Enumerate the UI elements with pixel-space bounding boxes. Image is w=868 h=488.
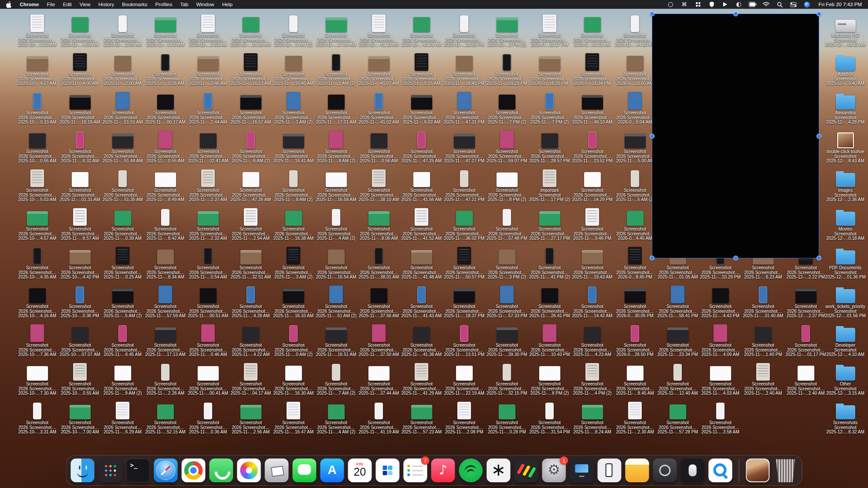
dock-chrome[interactable] bbox=[182, 459, 206, 482]
desktop-file[interactable]: Screenshot2026 Screenshot…2025-11-…0.55 … bbox=[144, 130, 187, 164]
desktop-file[interactable]: Screenshot2026 Screenshot…2025-11-…0.36 … bbox=[187, 401, 229, 435]
desktop-file[interactable]: Screenshot2026 Screenshot…2025-11-…2.40 … bbox=[742, 362, 784, 396]
desktop-file[interactable]: Screenshot2026 Screenshot…2025-11-…00.17… bbox=[144, 91, 187, 125]
desktop-file[interactable]: Screenshot2026 Screenshot…2025-11-…37.44… bbox=[357, 362, 400, 396]
desktop-file[interactable]: PDF DocumentsScreenshot2025-12-…01.36 PM bbox=[824, 246, 867, 280]
desktop-file[interactable]: Screenshot2026 Screenshot…2025-11-…14.42… bbox=[571, 285, 614, 319]
desktop-file[interactable]: Screenshot2026 Screenshot…2026-0…8.45 PM bbox=[614, 246, 656, 280]
desktop-file[interactable]: Screenshot2026 Screenshot…2025-11-…0.25 … bbox=[101, 246, 144, 280]
desktop-file[interactable]: Screenshot2026 Screenshot…2026-0…4.45 AM bbox=[614, 207, 656, 241]
desktop-file[interactable]: Screenshot2026 Screenshot…2025-11-…4.09 … bbox=[699, 323, 742, 357]
dock-blocks-app[interactable] bbox=[376, 459, 400, 482]
desktop-file[interactable]: Screenshot2026 Screenshot…2025-11-…17.04… bbox=[315, 14, 357, 48]
desktop-file[interactable]: Screenshot2026 Screenshot…2025-11-…18.45… bbox=[443, 52, 485, 86]
desktop-file[interactable]: Screenshot2026 Screenshot…2025-11-…59.23… bbox=[485, 52, 528, 86]
desktop-file[interactable]: Screenshot2026 Screenshot…2025-11-…39.30… bbox=[485, 323, 528, 357]
desktop-file[interactable]: Screenshot2026 Screenshot…2025-11-…41.02… bbox=[357, 91, 400, 125]
contrast-icon[interactable] bbox=[735, 1, 743, 8]
menu-help[interactable]: Help bbox=[222, 2, 233, 7]
desktop-file[interactable]: Screenshot2026 Screenshot…2025-11-…47.25… bbox=[400, 130, 443, 164]
desktop-file[interactable]: Screenshot2026 Screenshot…2025-11-…6.45 … bbox=[101, 323, 144, 357]
desktop-file[interactable]: Screenshot2026 Screenshot…2025-11-…16.30… bbox=[272, 362, 315, 396]
menu-history[interactable]: History bbox=[99, 2, 114, 7]
desktop-file[interactable]: Screenshot2026 Screenshot…2025-10-…7.36 … bbox=[16, 323, 59, 357]
dock-screenshot-preview[interactable] bbox=[746, 459, 770, 482]
desktop-file[interactable]: Screenshot2026 Screenshot…2025-11-…41.48… bbox=[400, 246, 443, 280]
desktop-file[interactable]: Screenshot2026 Screenshot…2025-11-…0 AM … bbox=[272, 323, 315, 357]
dock-messages[interactable] bbox=[293, 459, 316, 482]
desktop-file[interactable]: Screenshot2026 Screenshot…2025-11-…57.28… bbox=[656, 401, 699, 435]
desktop-file[interactable]: Screenshot2026 Screenshot…2026-0…00.21 A… bbox=[571, 14, 614, 48]
desktop-file[interactable]: Screenshot2026 Screenshot…2025-11-…51.51… bbox=[101, 91, 144, 125]
desktop-file[interactable]: Screenshot2026 Screenshot…2025-11-…16.41… bbox=[272, 130, 315, 164]
desktop-file[interactable]: Screenshot2026 Screenshot…2025-11-…4.58 … bbox=[59, 14, 101, 48]
desktop-file[interactable]: Screenshot2026 Screenshot…2025-11-…9 AM … bbox=[101, 362, 144, 396]
desktop-file[interactable]: Screenshot2026 Screenshot…2025-11-…1.40 … bbox=[742, 323, 784, 357]
desktop-file[interactable]: Screenshot2026 Screenshot…2025-11-…3 PM … bbox=[485, 246, 528, 280]
desktop-file[interactable]: Screenshot2026 Screenshot…2025-11-…04.17… bbox=[229, 362, 272, 396]
desktop-file[interactable]: Screenshot2026 Screenshot…2025-11-…2.40 … bbox=[784, 362, 827, 396]
desktop-file[interactable]: Screenshot2026 Screenshot…2025-10-…0.33 … bbox=[16, 91, 59, 125]
desktop-file[interactable]: Screenshot2026 Screenshot…2025-11-…12.40… bbox=[656, 362, 699, 396]
desktop-file[interactable]: Screenshot2026 Screenshot…2025-11-…3 PM … bbox=[485, 14, 528, 48]
dock-developer-app[interactable] bbox=[653, 459, 677, 482]
battery-icon[interactable] bbox=[749, 1, 757, 8]
desktop-file[interactable]: Screenshot2026 Screenshot…2025-11-…01.31… bbox=[59, 169, 101, 202]
desktop-file[interactable]: Screenshot2026 Screenshot…2026-0…10.17 P… bbox=[528, 14, 571, 48]
menu-bookmarks[interactable]: Bookmarks bbox=[122, 2, 147, 7]
desktop-file[interactable]: Screenshot2026 Screenshot…2025-11-…23.34… bbox=[656, 323, 699, 357]
desktop-file[interactable]: Screenshot2026 Screenshot…2025-11-…2.28 … bbox=[144, 362, 187, 396]
desktop-file[interactable]: Screenshot2026 Screenshot…2025-11-…2.53 … bbox=[187, 14, 229, 48]
desktop-file[interactable]: ScreenshotsScreenshot2025-12-…8.32 AM bbox=[824, 401, 867, 435]
desktop-file[interactable]: Screenshot2026 Screenshot…2025-11-…16.38… bbox=[272, 207, 315, 241]
desktop-file[interactable]: Screenshot2026 Screenshot…2025-11-…59.07… bbox=[485, 130, 528, 164]
desktop-file[interactable]: Screenshot2026 Screenshot…2025-11-…0.30 … bbox=[144, 14, 187, 48]
desktop-file[interactable]: Screenshot2026 Screenshot…2025-11-…0.26 … bbox=[144, 52, 187, 86]
desktop-file[interactable]: Screenshot2026 Screenshot…2025-11-…01.17… bbox=[784, 323, 827, 357]
selection-handle-top-right[interactable] bbox=[817, 11, 821, 16]
desktop-file[interactable]: Screenshot2026 Screenshot…2025-11-…49.10… bbox=[571, 91, 614, 125]
desktop-file[interactable]: Screenshot2026 Screenshot…2025-11-…37.56… bbox=[357, 285, 400, 319]
desktop-file[interactable]: Screenshot2026 Screenshot…2025-11-…02.41… bbox=[187, 130, 229, 164]
desktop-file[interactable]: Screenshot2026 Screenshot…2025-11-…16.51… bbox=[315, 323, 357, 357]
desktop-file[interactable]: Screenshot2026 Screenshot…2025-11-…2.56 … bbox=[229, 401, 272, 435]
desktop-file[interactable]: Screenshot2026 Screenshot…2025-11-…47.26… bbox=[229, 169, 272, 202]
desktop-file[interactable]: Screenshot2026 Screenshot…2025-11-…9.46 … bbox=[571, 207, 614, 241]
desktop-file[interactable]: Screenshot2026 Screenshot…2025-11-…14.29… bbox=[571, 169, 614, 202]
desktop-file[interactable]: Screenshot2026 Screenshot…2025-11-…8.24 … bbox=[571, 401, 614, 435]
desktop-file[interactable]: Screenshot2026 Screenshot…2025-10-…0.55 … bbox=[59, 362, 101, 396]
desktop-file[interactable]: Screenshot2026 Screenshot…2025-11-…4.03 … bbox=[699, 362, 742, 396]
desktop-file[interactable]: Screenshot2026 Screenshot…2025-11-…41 PM… bbox=[528, 246, 571, 280]
control-center-icon[interactable] bbox=[790, 1, 798, 8]
desktop-file[interactable]: Screenshot2026 Screenshot…2025-11-…16.57… bbox=[229, 91, 272, 125]
trash[interactable] bbox=[774, 459, 798, 482]
desktop-file[interactable]: Screenshot2026 Screenshot…2025-11-…4.43 … bbox=[699, 285, 742, 319]
dock-notes[interactable] bbox=[625, 459, 649, 482]
recording-dot-icon[interactable] bbox=[667, 1, 675, 8]
desktop-file[interactable]: Screenshot2026 Screenshot…2025-11-…8.57 … bbox=[59, 207, 101, 241]
grid-icon[interactable] bbox=[694, 1, 702, 8]
desktop-file[interactable]: Screenshot2026 Screenshot…2026-0…30.05 P… bbox=[614, 285, 656, 319]
menu-edit[interactable]: Edit bbox=[63, 2, 72, 7]
desktop-file[interactable]: Screenshot2026 Screenshot…2025-11-…57.23… bbox=[400, 401, 443, 435]
desktop-file[interactable]: Screenshot2026 Screenshot…2026-0…10.00 A… bbox=[614, 52, 656, 86]
menu-clock[interactable]: Fri Feb 20 7:43 PM bbox=[819, 2, 862, 7]
desktop-file[interactable]: Screenshot2026 Screenshot…2025-11-…32.51… bbox=[229, 246, 272, 280]
desktop-file[interactable]: Screenshot2026 Screenshot…2025-10-…0.55 … bbox=[16, 130, 59, 164]
desktop-file[interactable]: Screenshot2026 Screenshot…2025-11-…8.06 … bbox=[357, 207, 400, 241]
desktop-file[interactable]: Screenshot2026 Screenshot…2025-10-…4.42 … bbox=[59, 246, 101, 280]
desktop-file[interactable]: Screenshot2026 Screenshot…2026-0…9.04 AM bbox=[614, 91, 656, 125]
shield-icon[interactable] bbox=[708, 1, 716, 8]
desktop-file[interactable]: Screenshot2026 Screenshot…2025-11-…16.33… bbox=[272, 285, 315, 319]
desktop-file[interactable]: Screenshot2026 Screenshot…2025-11-…16.45… bbox=[272, 52, 315, 86]
desktop-file[interactable]: Screenshot2026 Screenshot…2025-11-…36.02… bbox=[443, 207, 485, 241]
dock-app-store[interactable] bbox=[320, 459, 344, 482]
selection-handle-bottom-right[interactable] bbox=[817, 256, 821, 261]
desktop-file[interactable]: Screenshot2026 Screenshot…2025-11-…51 AM… bbox=[315, 285, 357, 319]
screen-capture-selection[interactable] bbox=[652, 14, 819, 258]
desktop-file[interactable]: ImagesScreenshot2025-12-…2.36 AM bbox=[824, 169, 867, 202]
desktop-file[interactable]: importantScreenshot2025-11-…17 PM (2) bbox=[528, 169, 571, 202]
desktop-file[interactable]: Screenshot2026 Screenshot…2025-10-…4.35 … bbox=[16, 246, 59, 280]
desktop-file[interactable]: Screenshot2026 Screenshot…2025-11-…52.15… bbox=[144, 401, 187, 435]
desktop-file[interactable]: Screenshot2026 Screenshot…2025-11-…41.52… bbox=[400, 207, 443, 241]
